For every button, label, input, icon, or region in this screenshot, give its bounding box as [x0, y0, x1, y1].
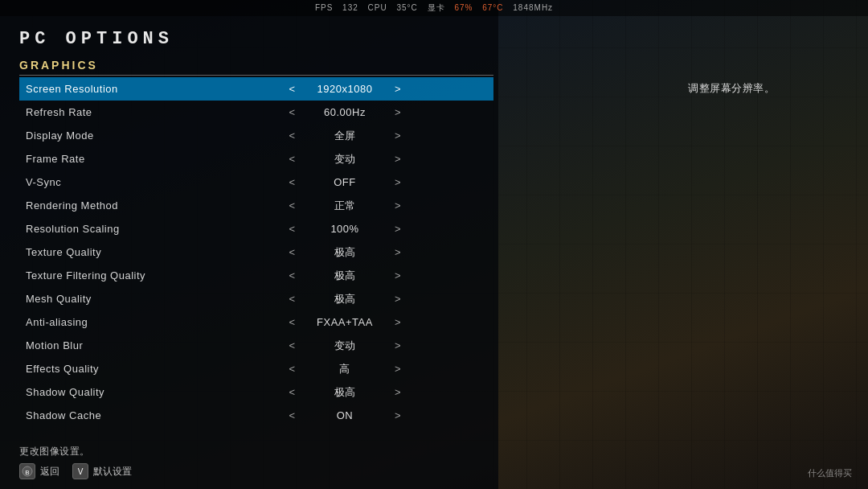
setting-name-v-sync: V-Sync [26, 176, 203, 188]
arrow-right-screen-resolution[interactable]: > [385, 83, 411, 95]
setting-row-resolution-scaling[interactable]: Resolution Scaling < 100% > [19, 217, 493, 240]
setting-row-v-sync[interactable]: V-Sync < OFF > [19, 171, 493, 194]
setting-control-refresh-rate: < 60.00Hz > [203, 106, 487, 118]
back-control: B 返回 [19, 463, 59, 479]
arrow-right-texture-quality[interactable]: > [385, 246, 411, 258]
setting-value-rendering-method: 正常 [305, 199, 385, 213]
arrow-left-effects-quality[interactable]: < [279, 363, 305, 375]
arrow-right-v-sync[interactable]: > [385, 176, 411, 188]
setting-value-motion-blur: 变动 [305, 339, 385, 353]
arrow-right-display-mode[interactable]: > [385, 129, 411, 142]
default-label: 默认设置 [93, 465, 132, 479]
setting-name-texture-filtering-quality: Texture Filtering Quality [26, 269, 203, 281]
gpu-label: 显卡 [428, 3, 445, 12]
setting-control-texture-quality: < 极高 > [203, 245, 487, 260]
arrow-left-texture-filtering-quality[interactable]: < [279, 269, 305, 281]
setting-name-shadow-cache: Shadow Cache [26, 409, 203, 421]
arrow-left-screen-resolution[interactable]: < [279, 83, 305, 95]
arrow-left-mesh-quality[interactable]: < [279, 293, 305, 305]
setting-control-shadow-cache: < ON > [203, 409, 487, 421]
setting-control-v-sync: < OFF > [203, 176, 487, 188]
arrow-left-resolution-scaling[interactable]: < [279, 223, 305, 235]
default-key: V [78, 467, 84, 476]
gpu-load: 67% [454, 3, 473, 12]
setting-row-rendering-method[interactable]: Rendering Method < 正常 > [19, 194, 493, 217]
setting-name-texture-quality: Texture Quality [26, 246, 203, 258]
setting-row-shadow-quality[interactable]: Shadow Quality < 极高 > [19, 380, 493, 404]
setting-row-frame-rate[interactable]: Frame Rate < 变动 > [19, 147, 493, 171]
description-panel: 调整屏幕分辨率。 [688, 80, 849, 96]
setting-row-texture-quality[interactable]: Texture Quality < 极高 > [19, 240, 493, 264]
setting-value-shadow-quality: 极高 [305, 385, 385, 400]
setting-name-refresh-rate: Refresh Rate [26, 106, 203, 118]
arrow-right-frame-rate[interactable]: > [385, 153, 411, 165]
setting-value-mesh-quality: 极高 [305, 292, 385, 306]
setting-value-display-mode: 全屏 [305, 129, 385, 143]
arrow-right-resolution-scaling[interactable]: > [385, 223, 411, 235]
settings-list: Screen Resolution < 1920x1080 > Refresh … [19, 77, 493, 427]
bottom-hint: 更改图像设置。 [19, 445, 502, 458]
mem-speed: 1848MHz [513, 3, 553, 12]
setting-row-motion-blur[interactable]: Motion Blur < 变动 > [19, 334, 493, 357]
arrow-left-frame-rate[interactable]: < [279, 153, 305, 165]
arrow-left-shadow-quality[interactable]: < [279, 386, 305, 398]
arrow-right-rendering-method[interactable]: > [385, 199, 411, 212]
arrow-left-v-sync[interactable]: < [279, 176, 305, 188]
setting-value-v-sync: OFF [305, 176, 385, 188]
arrow-left-motion-blur[interactable]: < [279, 339, 305, 351]
arrow-right-motion-blur[interactable]: > [385, 339, 411, 351]
setting-control-frame-rate: < 变动 > [203, 152, 487, 166]
setting-name-resolution-scaling: Resolution Scaling [26, 223, 203, 235]
setting-name-mesh-quality: Mesh Quality [26, 293, 203, 305]
setting-value-shadow-cache: ON [305, 409, 385, 421]
setting-row-display-mode[interactable]: Display Mode < 全屏 > [19, 124, 493, 147]
arrow-left-rendering-method[interactable]: < [279, 199, 305, 212]
setting-control-anti-aliasing: < FXAA+TAA > [203, 316, 487, 328]
setting-row-shadow-cache[interactable]: Shadow Cache < ON > [19, 404, 493, 427]
setting-row-mesh-quality[interactable]: Mesh Quality < 极高 > [19, 287, 493, 310]
controller-icon: B [22, 466, 33, 477]
setting-name-anti-aliasing: Anti-aliasing [26, 316, 203, 328]
arrow-left-display-mode[interactable]: < [279, 129, 305, 142]
setting-row-anti-aliasing[interactable]: Anti-aliasing < FXAA+TAA > [19, 310, 493, 334]
arrow-right-anti-aliasing[interactable]: > [385, 316, 411, 328]
hud-bar: FPS 132 CPU 35°C 显卡 67% 67°C 1848MHz [0, 0, 868, 16]
arrow-left-shadow-cache[interactable]: < [279, 409, 305, 421]
arrow-left-refresh-rate[interactable]: < [279, 106, 305, 118]
setting-control-texture-filtering-quality: < 极高 > [203, 269, 487, 283]
arrow-right-refresh-rate[interactable]: > [385, 106, 411, 118]
setting-control-mesh-quality: < 极高 > [203, 292, 487, 306]
setting-name-motion-blur: Motion Blur [26, 339, 203, 351]
setting-value-screen-resolution: 1920x1080 [305, 83, 385, 95]
setting-value-effects-quality: 高 [305, 362, 385, 376]
setting-row-refresh-rate[interactable]: Refresh Rate < 60.00Hz > [19, 101, 493, 124]
bottom-bar: 更改图像设置。 B 返回 V 默认设置 [19, 445, 502, 479]
arrow-right-mesh-quality[interactable]: > [385, 293, 411, 305]
setting-control-shadow-quality: < 极高 > [203, 385, 487, 400]
svg-text:B: B [25, 469, 29, 476]
setting-row-texture-filtering-quality[interactable]: Texture Filtering Quality < 极高 > [19, 264, 493, 287]
arrow-left-anti-aliasing[interactable]: < [279, 316, 305, 328]
arrow-right-effects-quality[interactable]: > [385, 363, 411, 375]
cpu-label: CPU [368, 3, 387, 12]
setting-value-resolution-scaling: 100% [305, 223, 385, 235]
setting-value-refresh-rate: 60.00Hz [305, 106, 385, 118]
setting-name-display-mode: Display Mode [26, 129, 203, 142]
setting-name-frame-rate: Frame Rate [26, 153, 203, 165]
arrow-right-texture-filtering-quality[interactable]: > [385, 269, 411, 281]
cpu-temp: 35°C [396, 3, 417, 12]
arrow-left-texture-quality[interactable]: < [279, 246, 305, 258]
default-key-icon: V [72, 463, 88, 479]
back-icon: B [19, 463, 35, 479]
bottom-controls: B 返回 V 默认设置 [19, 463, 502, 479]
setting-row-effects-quality[interactable]: Effects Quality < 高 > [19, 357, 493, 380]
arrow-right-shadow-quality[interactable]: > [385, 386, 411, 398]
setting-control-display-mode: < 全屏 > [203, 129, 487, 143]
setting-value-texture-filtering-quality: 极高 [305, 269, 385, 283]
setting-control-motion-blur: < 变动 > [203, 339, 487, 353]
setting-row-screen-resolution[interactable]: Screen Resolution < 1920x1080 > [19, 77, 493, 101]
setting-value-frame-rate: 变动 [305, 152, 385, 166]
arrow-right-shadow-cache[interactable]: > [385, 409, 411, 421]
description-text: 调整屏幕分辨率。 [688, 82, 775, 94]
setting-name-shadow-quality: Shadow Quality [26, 386, 203, 398]
